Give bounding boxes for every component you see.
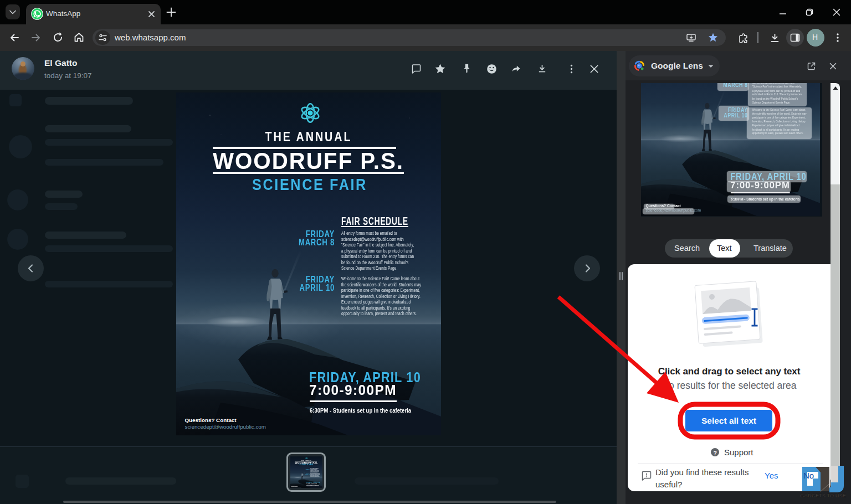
svg-text:GADGETS TO USE: GADGETS TO USE <box>800 493 846 498</box>
